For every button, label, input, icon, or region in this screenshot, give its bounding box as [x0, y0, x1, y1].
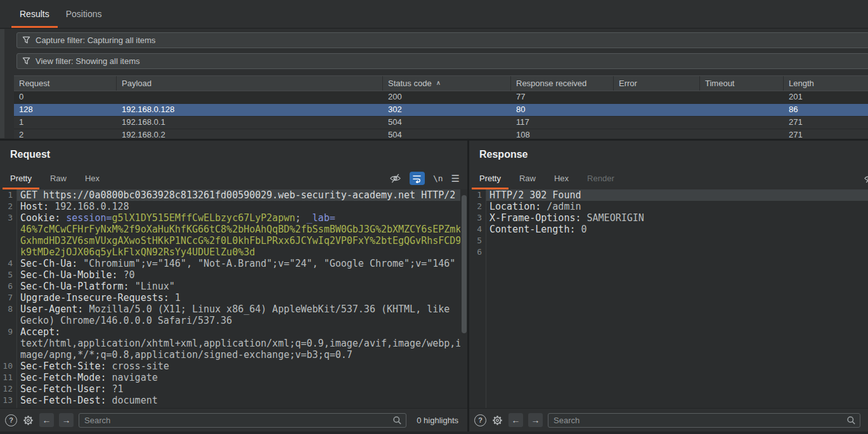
- editor-line: 9Accept:: [0, 326, 467, 338]
- line-number: 9: [0, 326, 16, 338]
- table-cell: 271: [784, 117, 868, 129]
- capture-filter-bar[interactable]: Capture filter: Capturing all items: [16, 32, 868, 48]
- line-number: 6: [469, 246, 486, 258]
- response-search-input[interactable]: [548, 413, 860, 428]
- column-header-payload[interactable]: Payload: [117, 76, 383, 91]
- response-search-bar: ? ← →: [469, 408, 868, 431]
- tab-results[interactable]: Results: [11, 0, 58, 28]
- tab-render[interactable]: Render: [580, 167, 622, 189]
- results-scrollbar[interactable]: [0, 29, 4, 138]
- help-icon[interactable]: ?: [5, 414, 17, 426]
- column-header-length[interactable]: Length: [784, 76, 868, 91]
- hide-highlights-eye-icon[interactable]: [389, 173, 401, 184]
- editor-menu-icon[interactable]: ☰: [451, 173, 460, 184]
- tab-hex[interactable]: Hex: [547, 167, 576, 189]
- line-number: 5: [469, 235, 486, 246]
- editor-line: 3X-Frame-Options: SAMEORIGIN: [469, 212, 868, 224]
- editor-line: 4Sec-Ch-Ua: "Chromium";v="146", "Not-A.B…: [0, 258, 467, 269]
- line-text: text/html,application/xhtml+xml,applicat…: [16, 338, 460, 349]
- line-text: Sec-Ch-Ua: "Chromium";v="146", "Not-A.Br…: [16, 258, 460, 269]
- line-number: 12: [0, 383, 16, 395]
- table-cell: 128: [14, 104, 117, 116]
- settings-gear-icon[interactable]: [22, 414, 34, 426]
- column-header-timeout[interactable]: Timeout: [700, 76, 784, 91]
- line-number: 3: [0, 212, 16, 224]
- line-text: Sec-Fetch-User: ?1: [16, 383, 460, 395]
- table-cell: 302: [383, 104, 511, 116]
- line-number: 2: [0, 201, 16, 212]
- results-table: RequestPayloadStatus code∧Response recei…: [14, 75, 868, 142]
- line-text: GxhmdHD3ZV6smVUxgAXwoStHKkP1NCcG%2f0L0kh…: [16, 235, 460, 246]
- previous-match-button[interactable]: ←: [508, 413, 523, 427]
- line-text: 46%7cMCwCFHrFyNxM%2f9oXaHuKhfKG66tC8%2bH…: [16, 224, 460, 235]
- settings-gear-icon[interactable]: [491, 414, 503, 426]
- line-text: Content-Length: 0: [486, 224, 868, 235]
- editor-line: 7Upgrade-Insecure-Requests: 1: [0, 292, 467, 303]
- tab-positions[interactable]: Positions: [58, 0, 110, 28]
- table-cell: [614, 91, 700, 103]
- line-number: 3: [469, 212, 486, 224]
- line-text: Gecko) Chrome/146.0.0.0 Safari/537.36: [16, 315, 460, 326]
- line-number: [0, 338, 16, 349]
- line-number: [0, 235, 16, 246]
- line-text: Sec-Fetch-Site: cross-site: [16, 361, 460, 372]
- table-cell: [614, 104, 700, 116]
- tab-pretty[interactable]: Pretty: [472, 167, 508, 189]
- previous-match-button[interactable]: ←: [39, 413, 54, 427]
- capture-filter-label: Capture filter: Capturing all items: [36, 35, 155, 45]
- line-text: Sec-Ch-Ua-Mobile: ?0: [16, 269, 460, 281]
- newline-visualization-toggle[interactable]: \n: [433, 174, 443, 183]
- line-number: 4: [469, 224, 486, 235]
- table-cell: [700, 91, 784, 103]
- line-text: Accept:: [16, 326, 460, 338]
- highlights-count: 0 highlights: [417, 416, 458, 425]
- line-number: [0, 224, 16, 235]
- word-wrap-toggle-button[interactable]: [410, 172, 425, 185]
- column-header-error[interactable]: Error: [614, 76, 700, 91]
- line-text: Sec-Ch-Ua-Platform: "Linux": [16, 281, 460, 292]
- column-header-status-code[interactable]: Status code∧: [383, 76, 511, 91]
- line-text: Sec-Fetch-Dest: document: [16, 395, 460, 406]
- request-search-bar: ? ← →: [0, 408, 467, 431]
- search-icon: [392, 416, 402, 425]
- line-text: X-Frame-Options: SAMEORIGIN: [486, 212, 868, 224]
- tab-raw[interactable]: Raw: [512, 167, 543, 189]
- table-cell: [700, 117, 784, 129]
- editor-line: 8User-Agent: Mozilla/5.0 (X11; Linux x86…: [0, 303, 467, 315]
- table-row[interactable]: 1192.168.0.1504117271: [14, 117, 868, 129]
- line-text: GET https://0a0800bc0363928c813261fd0059…: [16, 189, 460, 201]
- next-match-button[interactable]: →: [528, 413, 543, 427]
- next-match-button[interactable]: →: [59, 413, 74, 427]
- table-cell: 117: [511, 117, 614, 129]
- editor-line: 6Sec-Ch-Ua-Platform: "Linux": [0, 281, 467, 292]
- column-header-request[interactable]: Request: [14, 76, 117, 91]
- response-editor[interactable]: 1HTTP/2 302 Found2Location: /admin3X-Fra…: [469, 189, 868, 409]
- table-row[interactable]: 128192.168.0.1283028086: [14, 104, 868, 117]
- response-panel-title: Response: [479, 149, 868, 160]
- table-cell: [614, 117, 700, 129]
- column-header-response-received[interactable]: Response received: [511, 76, 614, 91]
- funnel-icon: [22, 36, 30, 44]
- editor-line: 13Sec-Fetch-Dest: document: [0, 395, 467, 406]
- request-editor-scrollbar[interactable]: [462, 195, 467, 333]
- tab-raw[interactable]: Raw: [42, 167, 74, 189]
- bottom-strip: [0, 431, 868, 434]
- tab-pretty[interactable]: Pretty: [3, 167, 39, 189]
- request-editor[interactable]: 1GET https://0a0800bc0363928c813261fd005…: [0, 189, 467, 409]
- line-number: [0, 315, 16, 326]
- table-cell: 200: [383, 91, 511, 103]
- line-number: [0, 246, 16, 258]
- line-text: User-Agent: Mozilla/5.0 (X11; Linux x86_…: [16, 303, 460, 315]
- tab-hex[interactable]: Hex: [77, 167, 107, 189]
- table-row[interactable]: 020077201: [14, 91, 868, 104]
- help-icon[interactable]: ?: [474, 414, 486, 426]
- editor-line: Gecko) Chrome/146.0.0.0 Safari/537.36: [0, 315, 467, 326]
- hide-highlights-eye-icon[interactable]: [864, 167, 868, 189]
- table-cell: 504: [383, 117, 511, 129]
- editor-line: 5: [469, 235, 868, 246]
- editor-line: k9tMDe2jOJX06q5yLkFlxQN92RsYy4UDUElZu0%3…: [0, 246, 467, 258]
- line-text: [486, 235, 868, 246]
- request-search-input[interactable]: [79, 413, 406, 428]
- table-cell: 201: [784, 91, 868, 103]
- view-filter-bar[interactable]: View filter: Showing all items: [16, 53, 868, 69]
